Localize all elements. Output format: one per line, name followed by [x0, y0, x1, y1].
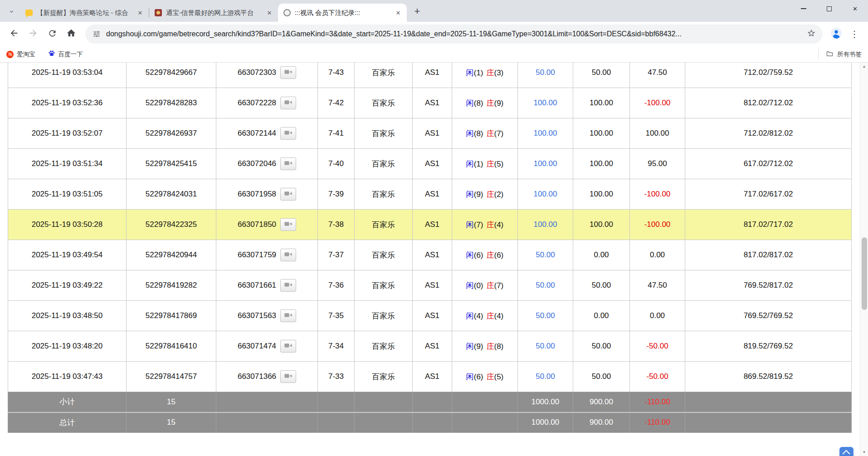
bet-amount-link[interactable]: 50.00 [536, 311, 555, 320]
bet-amount-link[interactable]: 100.00 [534, 98, 557, 107]
replay-video-button[interactable] [280, 66, 296, 79]
video-camera-icon [284, 220, 292, 229]
replay-video-button[interactable] [280, 279, 296, 292]
bet-amount-link[interactable]: 50.00 [536, 68, 555, 77]
table-row[interactable]: 2025-11-19 03:52:36 522978428283 6630722… [8, 88, 852, 118]
all-bookmarks-button[interactable]: 所有书签 [818, 49, 862, 60]
bookmark-star-button[interactable] [804, 26, 819, 42]
table-row[interactable]: 2025-11-19 03:51:05 522978424031 6630719… [8, 179, 852, 210]
browser-menu-button[interactable]: ⋮ [845, 25, 863, 43]
forward-button[interactable] [24, 25, 43, 44]
replay-video-button[interactable] [280, 188, 296, 201]
table-row[interactable]: 2025-11-19 03:50:28 522978422325 6630718… [8, 210, 852, 240]
bookmark-baidu[interactable]: 百度一下 [48, 50, 83, 59]
table-row[interactable]: 2025-11-19 03:47:43 522978414757 6630713… [8, 362, 852, 392]
replay-video-button[interactable] [280, 157, 296, 170]
table-row[interactable]: 2025-11-19 03:53:04 522978429667 6630723… [8, 63, 852, 88]
url-text[interactable]: dongshouji.com/game/betrecord_search/kin… [106, 30, 804, 38]
refresh-button[interactable] [43, 25, 62, 44]
valid-amount: 50.00 [592, 372, 611, 381]
maximize-icon [827, 6, 832, 11]
new-tab-button[interactable]: + [410, 5, 424, 18]
total-winloss: -110.00 [630, 412, 685, 433]
table-row[interactable]: 2025-11-19 03:51:34 522978425415 6630720… [8, 149, 852, 179]
cell-bet-id: 522978420944 [127, 240, 216, 270]
cell-game-type: 百家乐 [355, 179, 413, 210]
scroll-up-arrow[interactable]: ▲ [860, 63, 868, 70]
bookmark-taobao[interactable]: 淘 爱淘宝 [6, 50, 35, 59]
bet-amount-link[interactable]: 100.00 [534, 159, 557, 168]
tab-forum[interactable]: 【新提醒】海燕策略论坛 - 综合 ✕ [20, 4, 149, 22]
minimize-button[interactable] [790, 0, 816, 17]
cell-result: 闲(9)庄(8) [452, 331, 518, 362]
bet-amount-link[interactable]: 50.00 [536, 250, 555, 259]
scroll-down-arrow[interactable]: ▼ [860, 448, 868, 456]
video-camera-icon [284, 250, 292, 260]
table-row[interactable]: 2025-11-19 03:52:07 522978426937 6630721… [8, 118, 852, 149]
round-number: 7-38 [328, 220, 344, 229]
table-row[interactable]: 2025-11-19 03:49:22 522978419282 6630716… [8, 270, 852, 301]
cell-bet-id: 522978419282 [127, 270, 216, 301]
tab-title: 【新提醒】海燕策略论坛 - 综合 [37, 9, 131, 17]
bet-amount-link[interactable]: 100.00 [534, 129, 557, 137]
bet-amount-link[interactable]: 100.00 [534, 190, 557, 198]
vertical-scrollbar[interactable]: ▲ ▼ [860, 63, 868, 456]
winloss-amount: 100.00 [646, 129, 669, 137]
page-content: 2025-11-19 03:53:04 522978429667 6630723… [0, 63, 868, 456]
tongbao-favicon-icon [155, 9, 162, 16]
maximize-button[interactable] [816, 0, 842, 17]
tab-bet-records-active[interactable]: :::视讯 会员下注纪录::: ✕ [278, 4, 407, 22]
cell-valid-amount: 100.00 [573, 118, 630, 149]
replay-video-button[interactable] [280, 97, 296, 109]
cell-bet-id: 522978426937 [127, 118, 216, 149]
profile-button[interactable] [827, 25, 845, 43]
close-window-button[interactable]: ✕ [842, 0, 868, 17]
cell-result: 闲(7)庄(4) [452, 210, 518, 240]
bet-amount-link[interactable]: 50.00 [536, 281, 555, 289]
cell-game-id: 663072144 [216, 118, 318, 149]
table-row[interactable]: 2025-11-19 03:49:54 522978420944 6630717… [8, 240, 852, 270]
tab-close-icon[interactable]: ✕ [135, 8, 145, 18]
table-row[interactable]: 2025-11-19 03:48:50 522978417869 6630715… [8, 301, 852, 331]
cell-game-type: 百家乐 [355, 240, 413, 270]
tab-title: :::视讯 会员下注纪录::: [295, 9, 389, 17]
cell-balance: 869.52/819.52 [685, 362, 852, 392]
banker-result: 庄 [487, 251, 494, 260]
address-bar[interactable]: dongshouji.com/game/betrecord_search/kin… [85, 25, 823, 44]
scrollbar-thumb[interactable] [862, 237, 867, 310]
player-score: (0) [474, 281, 483, 290]
cell-bet-amount: 100.00 [518, 88, 573, 118]
cell-valid-amount: 100.00 [573, 88, 630, 118]
cell-game-type: 百家乐 [355, 362, 413, 392]
back-button[interactable] [5, 25, 24, 44]
game-id: 663071850 [238, 220, 276, 229]
cell-bet-id: 522978429667 [127, 63, 216, 88]
tab-close-icon[interactable]: ✕ [393, 8, 403, 18]
bet-amount-link[interactable]: 100.00 [534, 220, 557, 229]
bet-amount-link[interactable]: 50.00 [536, 372, 555, 381]
cell-bet-id: 522978422325 [127, 210, 216, 240]
cell-game-id: 663071759 [216, 240, 318, 270]
table-row[interactable]: 2025-11-19 03:48:20 522978416410 6630714… [8, 331, 852, 362]
replay-video-button[interactable] [280, 127, 296, 140]
tab-tongbao[interactable]: 通宝-信誉最好的网上游戏平台 ✕ [149, 4, 278, 22]
bet-time: 2025-11-19 03:51:05 [32, 190, 103, 198]
bet-id: 522978417869 [146, 311, 197, 320]
cell-round: 7-35 [318, 301, 355, 331]
tab-search-button[interactable] [5, 5, 18, 19]
home-button[interactable] [62, 25, 81, 44]
banker-score: (7) [494, 281, 504, 290]
bet-time: 2025-11-19 03:49:54 [32, 250, 103, 259]
bet-amount-link[interactable]: 50.00 [536, 342, 555, 350]
banker-result: 庄 [487, 221, 494, 229]
replay-video-button[interactable] [280, 370, 296, 383]
tab-close-icon[interactable]: ✕ [264, 8, 274, 18]
replay-video-button[interactable] [280, 218, 296, 231]
replay-video-button[interactable] [280, 249, 296, 261]
replay-video-button[interactable] [280, 340, 296, 353]
cell-result: 闲(8)庄(9) [452, 88, 518, 118]
back-to-top-button[interactable] [839, 447, 853, 456]
replay-video-button[interactable] [280, 309, 296, 322]
subtotal-winloss: -110.00 [630, 392, 685, 412]
player-result: 闲 [466, 99, 474, 108]
